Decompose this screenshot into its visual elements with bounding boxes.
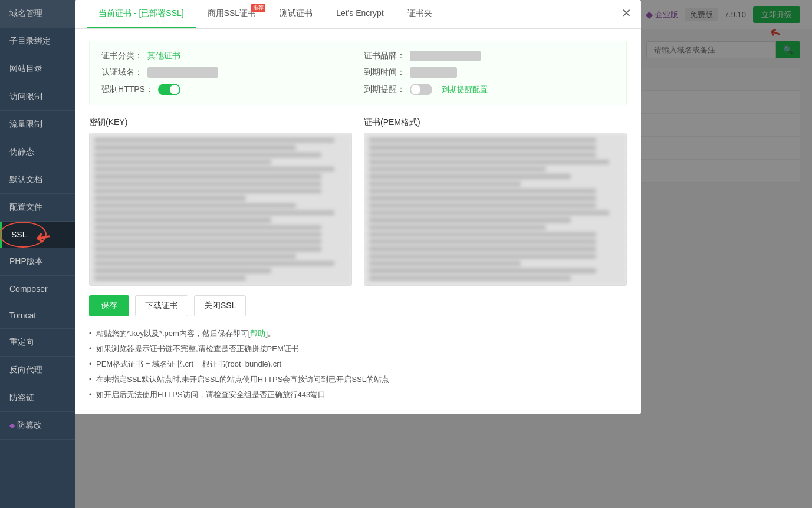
help-note-4: 在未指定SSL默认站点时,未开启SSL的站点使用HTTPS会直接访问到已开启SS… [89, 372, 627, 387]
help-note-1: 粘贴您的*.key以及*.pem内容，然后保存即可[帮助]。 [89, 326, 627, 341]
help-note-5: 如开启后无法使用HTTPS访问，请检查安全组是否正确放行443端口 [89, 387, 627, 403]
sidebar-item-pseudo-static[interactable]: 伪静态 [0, 138, 75, 166]
remind-toggle[interactable] [410, 84, 432, 95]
cert-https-row: 强制HTTPS： [101, 84, 352, 95]
cert-domain-row: 认证域名： [101, 67, 352, 78]
cert-info-section: 证书分类： 其他证书 证书品牌： 认证域名： 到期时间： [89, 41, 627, 105]
sidebar-item-composer[interactable]: Composer [0, 276, 75, 302]
recommended-badge: 推荐 [251, 4, 265, 12]
sidebar-item-access-limit[interactable]: 访问限制 [0, 83, 75, 111]
help-notes: 粘贴您的*.key以及*.pem内容，然后保存即可[帮助]。 如果浏览器提示证书… [89, 326, 627, 403]
cert-remind-row: 到期提醒： 到期提醒配置 [364, 84, 614, 95]
expire-config-link[interactable]: 到期提醒配置 [442, 84, 488, 95]
sidebar-item-site-dir[interactable]: 网站目录 [0, 55, 75, 83]
tab-lets-encrypt[interactable]: Let's Encrypt [324, 0, 396, 28]
tab-current-cert[interactable]: 当前证书 - [已部署SSL] [87, 0, 196, 28]
https-toggle[interactable] [158, 84, 180, 95]
cert-expire-value [410, 67, 457, 78]
sidebar-item-domain-mgmt[interactable]: 域名管理 [0, 0, 75, 28]
help-note-3: PEM格式证书 = 域名证书.crt + 根证书(root_bundle).cr… [89, 357, 627, 372]
save-button[interactable]: 保存 [89, 295, 129, 316]
modal-tabs: 当前证书 - [已部署SSL] 商用SSL证书 推荐 测试证书 Let's En… [75, 0, 641, 29]
sidebar-item-redirect[interactable]: 重定向 [0, 329, 75, 357]
cert-domain-value [147, 67, 218, 78]
cert-expire-row: 到期时间： [364, 67, 614, 78]
main-content: ◆ 企业版 免费版 7.9.10 立即升级 ➜ 🔍 SSL证书 操作 [75, 0, 812, 508]
modal-overlay: ✕ 当前证书 - [已部署SSL] 商用SSL证书 推荐 测试证书 Let's … [75, 0, 812, 508]
modal-body: 证书分类： 其他证书 证书品牌： 认证域名： 到期时间： [75, 29, 641, 414]
key-content-blurred [90, 133, 351, 285]
sidebar-item-tamper[interactable]: ◆ 防篡改 [0, 412, 75, 440]
cert-brand-row: 证书品牌： [364, 51, 614, 61]
sidebar-item-traffic-limit[interactable]: 流量限制 [0, 111, 75, 138]
cert-pem-label: 证书(PEM格式) [364, 117, 627, 128]
tab-cert-folder[interactable]: 证书夹 [396, 0, 444, 28]
sidebar-item-subdir-bind[interactable]: 子目录绑定 [0, 28, 75, 55]
key-cert-grid: 密钥(KEY) [89, 117, 627, 286]
cert-content-blurred [364, 133, 626, 285]
sidebar-item-php-version[interactable]: PHP版本 [0, 248, 75, 276]
close-ssl-button[interactable]: 关闭SSL [194, 295, 246, 316]
cert-category-row: 证书分类： 其他证书 [101, 51, 352, 61]
key-textarea[interactable] [89, 133, 352, 286]
help-link[interactable]: 帮助 [250, 329, 265, 338]
help-note-2: 如果浏览器提示证书链不完整,请检查是否正确拼接PEM证书 [89, 341, 627, 357]
modal-close-button[interactable]: ✕ [622, 6, 632, 20]
download-button[interactable]: 下载证书 [135, 295, 188, 316]
sidebar-item-reverse-proxy[interactable]: 反向代理 [0, 357, 75, 384]
tab-test-cert[interactable]: 测试证书 [268, 0, 324, 28]
cert-brand-value [410, 51, 481, 61]
sidebar-item-config-file[interactable]: 配置文件 [0, 194, 75, 222]
action-buttons: 保存 下载证书 关闭SSL [89, 295, 627, 316]
key-label: 密钥(KEY) [89, 117, 352, 128]
sidebar-item-tomcat[interactable]: Tomcat [0, 302, 75, 329]
key-section: 密钥(KEY) [89, 117, 352, 286]
sidebar-item-ssl[interactable]: SSL [0, 222, 75, 248]
ssl-modal: ✕ 当前证书 - [已部署SSL] 商用SSL证书 推荐 测试证书 Let's … [75, 0, 641, 414]
cert-pem-section: 证书(PEM格式) [364, 117, 627, 286]
sidebar: 域名管理 子目录绑定 网站目录 访问限制 流量限制 伪静态 默认文档 配置文件 … [0, 0, 75, 508]
tab-commercial-ssl[interactable]: 商用SSL证书 推荐 [196, 0, 268, 28]
cert-pem-textarea[interactable] [364, 133, 627, 286]
sidebar-item-hotlink[interactable]: 防盗链 [0, 384, 75, 412]
cert-category-value: 其他证书 [147, 51, 180, 61]
shield-icon: ◆ [9, 421, 15, 430]
sidebar-item-default-doc[interactable]: 默认文档 [0, 166, 75, 194]
